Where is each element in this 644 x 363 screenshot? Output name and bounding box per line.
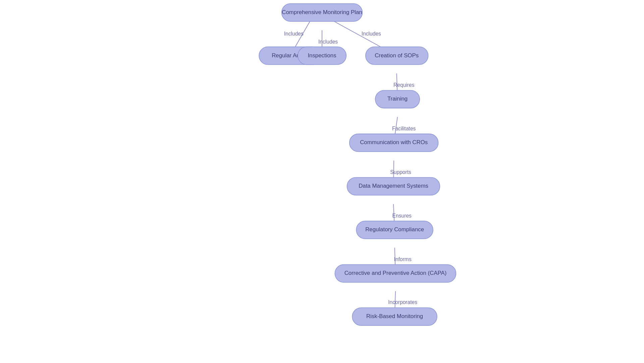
node-root-label: Comprehensive Monitoring Plan [282,9,362,15]
label-dms-regcomp: Ensures [392,213,412,219]
node-sops-label: Creation of SOPs [375,52,419,59]
diagram-container: Includes Includes Includes Requires Faci… [0,0,644,363]
node-inspections-label: Inspections [308,52,336,59]
label-training-cros: Facilitates [392,126,416,131]
label-root-inspections: Includes [318,39,338,45]
node-regcomp-label: Regulatory Compliance [365,226,424,233]
label-root-sops: Includes [362,31,381,37]
label-root-audits: Includes [284,31,304,37]
node-cros-label: Communication with CROs [360,139,428,145]
label-regcomp-capa: Informs [394,256,412,262]
label-sops-training: Requires [393,82,415,88]
node-capa-label: Corrective and Preventive Action (CAPA) [344,270,447,276]
node-training-label: Training [387,96,408,102]
label-capa-rbm: Incorporates [388,299,417,305]
node-dms-label: Data Management Systems [359,183,428,189]
label-cros-dms: Supports [390,169,411,175]
node-rbm-label: Risk-Based Monitoring [366,313,423,319]
